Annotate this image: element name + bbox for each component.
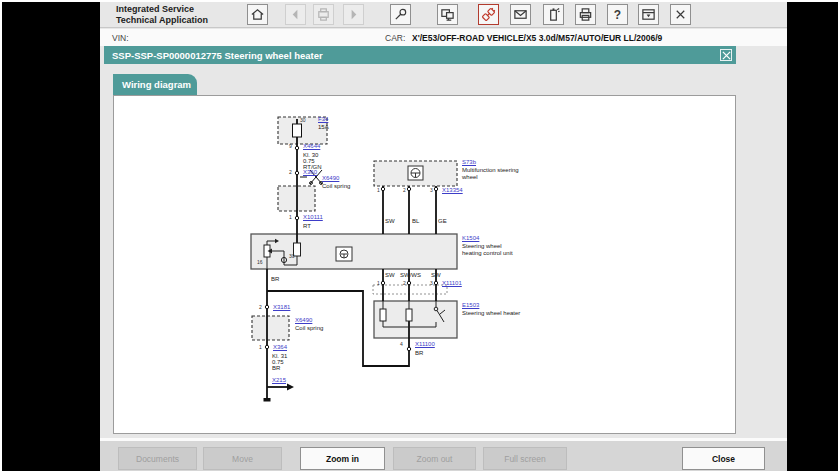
fuse-pin-top: 30	[300, 118, 306, 123]
dialog-title-bar: SSP-SSP-SP0000012775 Steering wheel heat…	[104, 46, 736, 64]
close-button[interactable]: Close	[682, 447, 765, 470]
mfl-pin-2: 2	[403, 188, 406, 193]
full-screen-button: Full screen	[483, 447, 567, 470]
vin-label: VIN:	[112, 33, 129, 43]
workshop-monitor-icon[interactable]	[437, 4, 458, 25]
cu-pin-16: 16	[257, 260, 263, 265]
screen-frame: Integrated Service Technical Application	[0, 0, 840, 473]
pin-1b: 1	[259, 345, 262, 350]
wiring-diagram-svg	[114, 96, 735, 433]
wire-br-right: BR	[415, 350, 423, 356]
mfl-pin-3: 3	[430, 188, 433, 193]
print-preview-icon	[313, 4, 334, 25]
control-unit-name-1: Steering wheel	[462, 243, 502, 249]
connector-x10111-link[interactable]: X10111	[303, 214, 323, 220]
minimize-icon[interactable]	[638, 4, 659, 25]
fuse-ref-link[interactable]: F34	[318, 116, 328, 122]
vehicle-bar: VIN: CAR: X'/E53/OFF-ROAD VEHICLE/X5 3.0…	[100, 29, 787, 46]
control-unit-link[interactable]: K1504	[462, 235, 479, 241]
connector-x360-link[interactable]: X360	[303, 169, 317, 175]
car-label: CAR:	[385, 33, 405, 43]
wrench-icon[interactable]	[390, 4, 411, 25]
help-icon[interactable]: ?	[607, 4, 628, 25]
mail-icon[interactable]	[510, 4, 531, 25]
wiring-diagram-canvas: 30 F34 15A 9 X4644 Kl. 30 0.75 RT/GN 2 X…	[114, 96, 735, 433]
mfl-link[interactable]: S73b	[462, 159, 476, 165]
wire-sw-ws: SW/WS	[400, 272, 421, 278]
documents-button: Documents	[118, 447, 197, 470]
wire-br-left: BR	[271, 276, 279, 282]
dialog-close-icon[interactable]	[720, 49, 732, 61]
control-unit-name-2: heating control unit	[462, 250, 513, 256]
hc-pin-1: 1	[377, 281, 380, 286]
footer-bar: Documents Move Zoom in Zoom out Full scr…	[100, 438, 787, 471]
wire-spec-bottom-3: BR	[272, 365, 280, 371]
mfl-name-2: wheel	[462, 174, 478, 180]
connector-x3181-link[interactable]: X3181	[273, 304, 290, 310]
move-button: Move	[203, 447, 282, 470]
back-icon	[285, 4, 306, 25]
mfl-name-1: Multifunction steering	[462, 167, 519, 173]
app-title-line2: Technical Application	[116, 15, 208, 26]
wire-bl: BL	[412, 218, 419, 224]
heater-name: Steering wheel heater	[462, 310, 520, 316]
coil-spring-bottom-name: Coil spring	[295, 325, 323, 331]
home-icon[interactable]	[247, 4, 268, 25]
header-bar: Integrated Service Technical Application	[100, 2, 787, 28]
connector-x11100-link[interactable]: X11100	[415, 341, 435, 347]
wire-ge: GE	[438, 218, 447, 224]
tab-wiring-diagram[interactable]: Wiring diagram	[113, 74, 197, 96]
connector-x364-link[interactable]: X364	[273, 344, 287, 350]
wiring-diagram-panel: 30 F34 15A 9 X4644 Kl. 30 0.75 RT/GN 2 X…	[113, 95, 736, 434]
connector-x11101-link[interactable]: X11101	[442, 280, 462, 286]
car-value: X'/E53/OFF-ROAD VEHICLE/X5 3.0d/M57/AUTO…	[412, 33, 662, 43]
coil-spring-bottom-box	[252, 316, 289, 340]
dialog-title: SSP-SSP-SP0000012775 Steering wheel heat…	[112, 50, 323, 61]
wire-sw-2: SW	[385, 272, 395, 278]
coil-spring-bottom-link[interactable]: X6490	[295, 317, 312, 323]
pin-1: 1	[289, 215, 292, 220]
coil-spring-top-name: Coil spring	[322, 183, 350, 189]
pin-9: 9	[289, 144, 292, 149]
app-title-line1: Integrated Service	[116, 4, 208, 15]
vehicle-interface-icon[interactable]	[478, 4, 499, 25]
mfl-pin-1: 1	[377, 188, 380, 193]
heater-link[interactable]: E1503	[462, 302, 479, 308]
heater-pin-4: 4	[400, 342, 403, 347]
zoom-out-button: Zoom out	[393, 447, 476, 470]
connector-x13354-link[interactable]: X13354	[442, 187, 463, 193]
pin-2b: 2	[259, 305, 262, 310]
forward-icon	[343, 4, 364, 25]
wire-rt: RT	[303, 223, 311, 229]
pin-2: 2	[289, 170, 292, 175]
connector-x4644-link[interactable]: X4644	[303, 143, 320, 149]
fuse-rating: 15A	[318, 124, 329, 130]
help-glyph: ?	[614, 8, 621, 22]
hc-pin-3: 3	[430, 281, 433, 286]
ground-x215-link[interactable]: X215	[272, 377, 286, 383]
tab-label: Wiring diagram	[122, 79, 191, 90]
close-icon[interactable]	[670, 4, 691, 25]
printer-icon[interactable]	[575, 4, 596, 25]
hc-pin-2: 2	[403, 281, 406, 286]
wire-sw-3: SW	[431, 272, 441, 278]
battery-icon[interactable]	[543, 4, 564, 25]
coil-spring-top-link[interactable]: X6490	[322, 175, 339, 181]
ista-window: Integrated Service Technical Application	[100, 2, 787, 471]
zoom-in-button[interactable]: Zoom in	[300, 447, 385, 470]
app-title: Integrated Service Technical Application	[116, 4, 208, 26]
wire-sw-1: SW	[385, 218, 395, 224]
cu-pin-30: 30	[289, 254, 295, 259]
